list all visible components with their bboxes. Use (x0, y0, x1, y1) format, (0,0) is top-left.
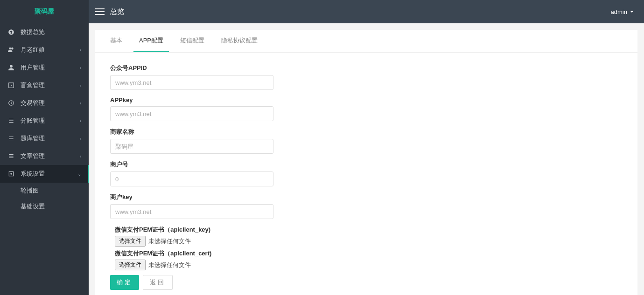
sidebar-item-label: 题库管理 (21, 134, 45, 143)
box-icon (7, 82, 15, 89)
sidebar-item-label: 系统设置 (21, 170, 45, 178)
tab-sms-config[interactable]: 短信配置 (175, 30, 210, 52)
sidebar-subitem-label: 轮播图 (21, 186, 39, 195)
form-group-appkey: APPkey (110, 96, 623, 121)
user-icon (7, 64, 15, 71)
sidebar-item-user-mgmt[interactable]: 用户管理 › (0, 59, 89, 76)
svg-point-0 (11, 85, 12, 86)
chevron-right-icon: › (80, 48, 81, 53)
file-section: 微信支付PEM证书（apiclient_key) 选择文件 未选择任何文件 微信… (110, 226, 623, 270)
sidebar: 聚码屋 数据总览 月老红娘 › 用户管理 › 盲盒管理 › 交易管理 › 分账管… (0, 0, 89, 295)
chevron-right-icon: › (80, 136, 81, 141)
file-button-cert[interactable]: 选择文件 (115, 260, 146, 270)
form-group-merchant-id: 商户号 (110, 160, 623, 186)
form-group-appid: 公众号APPID (110, 64, 623, 90)
page-title: 总览 (110, 7, 124, 16)
tabs: 基本 APP配置 短信配置 隐私协议配置 (95, 30, 637, 53)
file-row-cert: 选择文件 未选择任何文件 (115, 260, 623, 270)
chevron-right-icon: › (80, 65, 81, 70)
menu-toggle-icon[interactable] (95, 8, 105, 15)
form-buttons: 确定 返回 (110, 275, 623, 290)
form-group-merchant-key: 商户key (110, 193, 623, 219)
article-icon (7, 152, 15, 160)
chevron-right-icon: › (80, 101, 81, 106)
input-appkey[interactable] (110, 106, 273, 121)
label-appid: 公众号APPID (110, 64, 623, 72)
chevron-right-icon: › (80, 118, 81, 123)
tab-privacy-config[interactable]: 隐私协议配置 (216, 30, 263, 52)
label-pem-cert: 微信支付PEM证书（apiclient_cert) (115, 249, 623, 258)
split-icon (7, 117, 15, 124)
label-pem-key: 微信支付PEM证书（apiclient_key) (115, 226, 623, 234)
sidebar-item-label: 盲盒管理 (21, 81, 45, 89)
submit-button[interactable]: 确定 (110, 275, 139, 290)
card: 基本 APP配置 短信配置 隐私协议配置 公众号APPID APPkey 商家名… (95, 30, 637, 295)
sidebar-item-split[interactable]: 分账管理 › (0, 112, 89, 130)
input-merchant-id[interactable] (110, 172, 273, 186)
header: 总览 admin (89, 0, 644, 23)
label-merchant-key: 商户key (110, 193, 623, 201)
file-button-key[interactable]: 选择文件 (115, 236, 146, 247)
sidebar-item-label: 分账管理 (21, 117, 45, 125)
form: 公众号APPID APPkey 商家名称 商户号 商户key (95, 53, 637, 295)
settings-icon (7, 170, 15, 178)
question-icon (7, 135, 15, 142)
file-row-key: 选择文件 未选择任何文件 (115, 236, 623, 247)
svg-point-3 (10, 173, 12, 175)
logo: 聚码屋 (0, 0, 89, 23)
sidebar-item-label: 月老红娘 (21, 46, 45, 54)
sidebar-item-matchmaker[interactable]: 月老红娘 › (0, 41, 89, 59)
sidebar-item-label: 数据总览 (21, 28, 45, 36)
sidebar-item-settings[interactable]: 系统设置 ⌄ (0, 165, 89, 183)
user-name: admin (611, 8, 627, 15)
input-merchant-key[interactable] (110, 204, 273, 219)
label-merchant-name: 商家名称 (110, 128, 623, 136)
content: 基本 APP配置 短信配置 隐私协议配置 公众号APPID APPkey 商家名… (89, 23, 644, 295)
sidebar-subitem-basic-settings[interactable]: 基础设置 (0, 199, 89, 214)
file-status-key: 未选择任何文件 (148, 237, 191, 246)
label-appkey: APPkey (110, 96, 623, 103)
chevron-down-icon: ⌄ (77, 172, 81, 177)
sidebar-subitem-label: 基础设置 (21, 202, 45, 211)
input-appid[interactable] (110, 75, 273, 90)
sidebar-item-blindbox[interactable]: 盲盒管理 › (0, 76, 89, 94)
sidebar-item-article[interactable]: 文章管理 › (0, 147, 89, 165)
tab-basic[interactable]: 基本 (105, 30, 128, 52)
main: 总览 admin 基本 APP配置 短信配置 隐私协议配置 公众号APPID A… (89, 0, 644, 295)
sidebar-item-label: 文章管理 (21, 152, 45, 160)
label-merchant-id: 商户号 (110, 160, 623, 169)
sidebar-item-label: 用户管理 (21, 63, 45, 72)
transaction-icon (7, 99, 15, 107)
sidebar-item-question[interactable]: 题库管理 › (0, 130, 89, 147)
back-button[interactable]: 返回 (143, 275, 173, 290)
users-icon (7, 46, 15, 54)
sidebar-item-label: 交易管理 (21, 99, 45, 107)
chevron-right-icon: › (80, 83, 81, 88)
form-group-merchant-name: 商家名称 (110, 128, 623, 154)
caret-down-icon (630, 11, 634, 13)
chevron-right-icon: › (80, 154, 81, 159)
sidebar-item-transaction[interactable]: 交易管理 › (0, 94, 89, 112)
sidebar-subitem-carousel[interactable]: 轮播图 (0, 183, 89, 199)
file-status-cert: 未选择任何文件 (148, 261, 191, 269)
input-merchant-name[interactable] (110, 139, 273, 154)
dashboard-icon (7, 28, 15, 36)
sidebar-item-dashboard[interactable]: 数据总览 (0, 23, 89, 41)
tab-app-config[interactable]: APP配置 (133, 30, 169, 52)
user-dropdown[interactable]: admin (611, 8, 637, 15)
